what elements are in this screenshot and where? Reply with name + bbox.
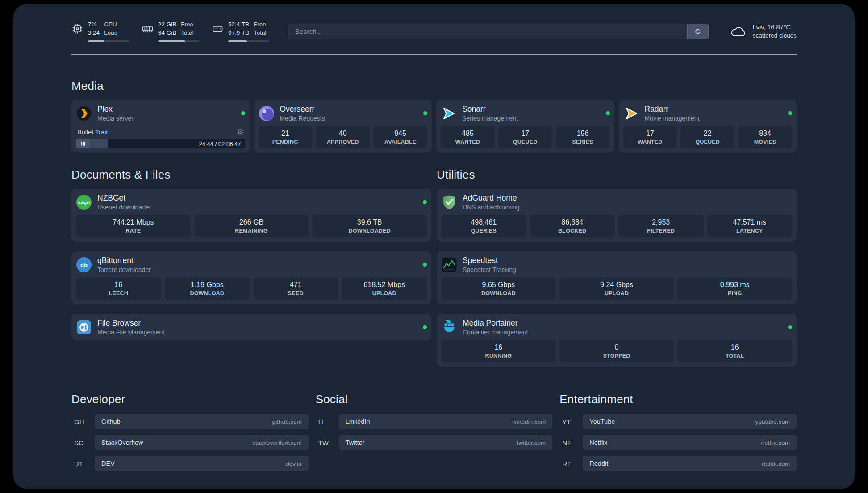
section-title-entertainment: Entertainment: [559, 393, 797, 406]
bookmark-pill[interactable]: Netflix netflix.com: [583, 435, 797, 450]
service-subtitle: DNS and adblocking: [463, 204, 520, 211]
portainer-icon: [441, 319, 457, 335]
status-dot: [423, 263, 427, 267]
bookmark-twitter[interactable]: TW Twitter twitter.com: [316, 435, 553, 450]
stat-latency: 47.571 ms LATENCY: [707, 215, 793, 237]
sonarr-icon: [441, 105, 457, 121]
service-header: AdGuard Home DNS and adblocking: [441, 193, 792, 211]
cpu-load-label: Load: [104, 29, 117, 37]
status-dot: [423, 111, 427, 115]
service-subtitle: Media File Management: [97, 329, 164, 336]
bookmark-pill[interactable]: YouTube youtube.com: [583, 414, 797, 429]
bookmark-pill[interactable]: Reddit reddit.com: [583, 456, 797, 471]
stats-row: 16 LEECH 1.19 Gbps DOWNLOAD 471 SEED 6: [76, 273, 427, 300]
overseerr-icon: [259, 105, 275, 121]
search-provider-button[interactable]: G: [687, 24, 708, 39]
utilities-stack: AdGuard Home DNS and adblocking 498,461 …: [437, 189, 797, 367]
bookmark-rows: LI LinkedIn linkedin.com TW Twitter twit…: [316, 414, 553, 450]
service-name: NZBGet: [97, 193, 151, 203]
service-card-adguard[interactable]: AdGuard Home DNS and adblocking 498,461 …: [437, 189, 797, 242]
stat-pending: 21 PENDING: [259, 126, 313, 148]
now-playing-title: Bullet Train: [77, 129, 110, 136]
bookmark-abbr: SO: [71, 435, 89, 450]
bookmark-abbr: TW: [316, 435, 334, 450]
bookmark-pill[interactable]: Twitter twitter.com: [339, 435, 553, 450]
bookmark-abbr: NF: [559, 435, 577, 450]
stat-blocked: 86,384 BLOCKED: [530, 215, 615, 237]
service-card-portainer[interactable]: Media Portainer Container management 16 …: [437, 314, 797, 367]
stat-running: 16 RUNNING: [441, 340, 556, 362]
topbar: 7% 3.24 CPU Load: [71, 21, 797, 42]
service-subtitle: Series management: [462, 115, 518, 122]
memory-icon: [142, 23, 154, 35]
dashboard: 7% 3.24 CPU Load: [13, 4, 855, 489]
service-header: nzbget NZBGet Usenet downloader: [76, 193, 427, 211]
cloud-icon: [729, 25, 747, 38]
stat-download: 9.65 Gbps DOWNLOAD: [441, 277, 556, 300]
bookmarks: Developer GH Github github.com SO StackO…: [71, 393, 797, 471]
stat-rate: 744.21 Mbps RATE: [76, 215, 191, 237]
bookmark-abbr: GH: [71, 414, 89, 429]
service-card-nzbget[interactable]: nzbget NZBGet Usenet downloader 744.21 M…: [71, 189, 431, 242]
section-title-developer: Developer: [71, 393, 309, 406]
search-bar: G: [288, 24, 709, 39]
section-title-documents: Documents & Files: [71, 168, 431, 182]
service-name: Plex: [97, 104, 134, 114]
radarr-icon: [623, 105, 639, 121]
bookmark-abbr: YT: [559, 414, 577, 429]
stat-movies: 834 MOVIES: [738, 126, 792, 148]
service-header: Radarr Movie management: [623, 104, 793, 122]
service-subtitle: Media Requests: [280, 115, 325, 122]
cpu-percent: 7%: [88, 21, 100, 29]
service-card-sonarr[interactable]: Sonarr Series management 485 WANTED 17 Q…: [436, 100, 614, 153]
stat-available: 945 AVAILABLE: [373, 126, 427, 148]
bookmark-reddit[interactable]: RE Reddit reddit.com: [559, 456, 797, 471]
stats-row: 17 WANTED 22 QUEUED 834 MOVIES: [623, 122, 793, 148]
bookmark-stackoverflow[interactable]: SO StackOverflow stackoverflow.com: [71, 435, 309, 450]
bookmark-dev[interactable]: DT DEV dev.to: [71, 456, 309, 471]
stat-total: 16 TOTAL: [677, 340, 792, 362]
stat-wanted: 17 WANTED: [623, 126, 677, 148]
playback-progress-bar[interactable]: 24:44 / 02:06:47: [76, 139, 245, 148]
bookmark-abbr: LI: [316, 414, 334, 429]
memory-usage-bar: [158, 40, 199, 42]
bookmark-rows: YT YouTube youtube.com NF Netflix netfli…: [559, 414, 797, 471]
media-grid: Plex Media server Bullet Train ⚙ 24:44 /…: [71, 100, 797, 153]
bookmarks-social: Social LI LinkedIn linkedin.com TW Twitt…: [316, 393, 553, 471]
service-card-plex[interactable]: Plex Media server Bullet Train ⚙ 24:44 /…: [71, 100, 250, 153]
bookmark-pill[interactable]: StackOverflow stackoverflow.com: [95, 435, 309, 450]
bookmark-pill[interactable]: Github github.com: [95, 414, 309, 429]
documents-stack: nzbget NZBGet Usenet downloader 744.21 M…: [71, 189, 431, 340]
service-name: qBittorrent: [97, 256, 151, 265]
bookmark-netflix[interactable]: NF Netflix netflix.com: [559, 435, 797, 450]
status-dot: [241, 111, 245, 115]
bookmark-youtube[interactable]: YT YouTube youtube.com: [559, 414, 797, 429]
svg-text:nzbget: nzbget: [78, 200, 90, 204]
weather-location: Lviv, 16.87°C: [753, 23, 797, 32]
stat-wanted: 485 WANTED: [441, 126, 495, 148]
status-dot: [606, 111, 610, 115]
weather-widget[interactable]: Lviv, 16.87°C scattered clouds: [729, 23, 797, 40]
memory-widget: 22 GiB 64 GiB Free Total: [142, 21, 199, 42]
memory-free-label: Free: [181, 21, 194, 29]
stat-queries: 498,461 QUERIES: [441, 215, 526, 237]
service-card-qbittorrent[interactable]: qb qBittorrent Torrent downloader 16 LEE…: [71, 251, 431, 304]
section-title-social: Social: [316, 393, 553, 406]
service-card-radarr[interactable]: Radarr Movie management 17 WANTED 22 QUE…: [619, 100, 797, 153]
search-input[interactable]: [288, 28, 687, 35]
bookmark-linkedin[interactable]: LI LinkedIn linkedin.com: [316, 414, 553, 429]
service-card-overseerr[interactable]: Overseerr Media Requests 21 PENDING 40 A…: [254, 100, 432, 153]
cpu-widget: 7% 3.24 CPU Load: [71, 21, 129, 42]
bookmark-pill[interactable]: DEV dev.to: [95, 456, 309, 471]
gear-icon[interactable]: ⚙: [237, 128, 243, 136]
service-card-filebrowser[interactable]: File Browser Media File Management: [71, 314, 431, 340]
bookmark-pill[interactable]: LinkedIn linkedin.com: [339, 414, 553, 429]
service-header: Media Portainer Container management: [441, 318, 792, 336]
bookmark-github[interactable]: GH Github github.com: [71, 414, 309, 429]
service-card-speedtest[interactable]: Speedtest Speedtest Tracking 9.65 Gbps D…: [437, 251, 797, 304]
stat-queued: 22 QUEUED: [680, 126, 734, 148]
nzbget-icon: nzbget: [76, 194, 92, 210]
cpu-label: CPU: [104, 21, 117, 29]
stat-stopped: 0 STOPPED: [559, 340, 674, 362]
pause-icon[interactable]: [76, 139, 90, 148]
